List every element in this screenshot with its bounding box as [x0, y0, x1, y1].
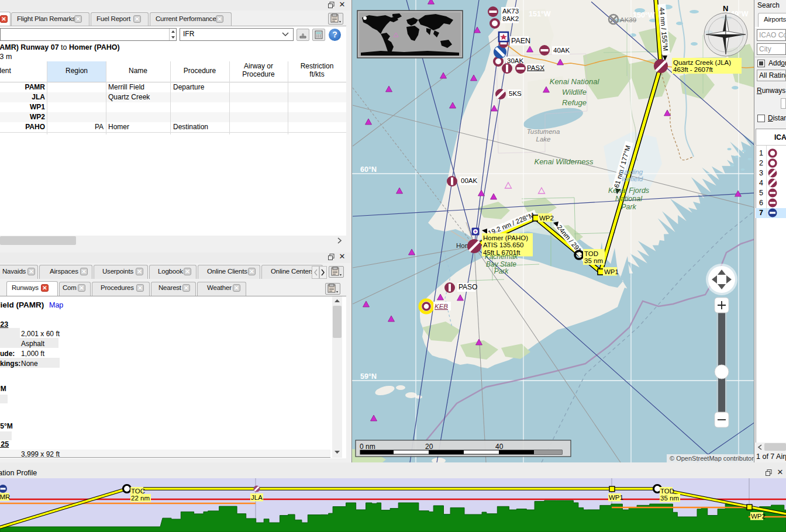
svg-text:8AK2: 8AK2: [502, 15, 519, 22]
svg-text:ATIS 135.650: ATIS 135.650: [483, 241, 523, 248]
svg-text:Wildlife: Wildlife: [562, 88, 587, 96]
svg-text:00AK: 00AK: [461, 177, 477, 184]
svg-text:Icefield: Icefield: [622, 175, 643, 182]
svg-text:463ft - 2607ft: 463ft - 2607ft: [673, 66, 713, 73]
svg-text:WP1: WP1: [604, 268, 619, 275]
svg-text:151°W: 151°W: [529, 10, 551, 18]
svg-text:5KS: 5KS: [509, 90, 522, 97]
svg-text:Harding: Harding: [619, 168, 643, 175]
svg-text:PASX: PASX: [527, 64, 544, 71]
svg-text:KEB: KEB: [435, 303, 448, 310]
svg-text:40AK: 40AK: [553, 47, 570, 54]
svg-text:N: N: [723, 4, 728, 13]
svg-text:Refuge: Refuge: [562, 98, 587, 107]
svg-text:30AK: 30AK: [507, 57, 523, 64]
svg-text:TOD: TOD: [660, 488, 674, 495]
svg-text:WP2: WP2: [751, 513, 766, 520]
svg-text:JLA: JLA: [251, 494, 263, 501]
svg-text:Homer (PAHO): Homer (PAHO): [483, 234, 528, 241]
svg-text:© OpenStreetMap contributors: © OpenStreetMap contributors: [670, 455, 754, 462]
svg-text:PAMR: PAMR: [0, 493, 10, 500]
svg-text:59°N: 59°N: [360, 372, 377, 381]
svg-text:20: 20: [425, 443, 433, 451]
svg-text:0 nm: 0 nm: [360, 443, 375, 451]
svg-text:PASO: PASO: [458, 283, 477, 291]
svg-text:60°N: 60°N: [360, 165, 377, 174]
svg-text:Park: Park: [494, 267, 509, 275]
svg-text:National: National: [615, 195, 643, 203]
svg-text:Kenai Fjords: Kenai Fjords: [608, 186, 649, 195]
svg-text:40: 40: [495, 443, 504, 451]
svg-text:PAEN: PAEN: [511, 37, 530, 45]
svg-text:35 nm: 35 nm: [660, 495, 679, 502]
svg-text:Kenai Wilderness: Kenai Wilderness: [534, 157, 594, 166]
svg-text:TOD: TOD: [584, 250, 598, 257]
svg-text:Tustumena: Tustumena: [527, 128, 560, 135]
svg-text:Quartz Creek (JLA): Quartz Creek (JLA): [673, 59, 731, 66]
svg-text:Kenai National: Kenai National: [550, 77, 600, 86]
svg-text:150°W: 150°W: [633, 11, 655, 19]
svg-text:TOC: TOC: [131, 488, 145, 495]
svg-text:AK73: AK73: [502, 8, 519, 15]
svg-text:22 nm: 22 nm: [131, 495, 150, 502]
svg-text:WP1: WP1: [609, 494, 623, 501]
svg-text:Kachemak: Kachemak: [485, 253, 519, 261]
svg-text:Lake: Lake: [536, 136, 551, 143]
svg-text:35 nm: 35 nm: [584, 257, 603, 264]
svg-text:WP2: WP2: [539, 215, 554, 222]
svg-text:Park: Park: [621, 203, 636, 211]
